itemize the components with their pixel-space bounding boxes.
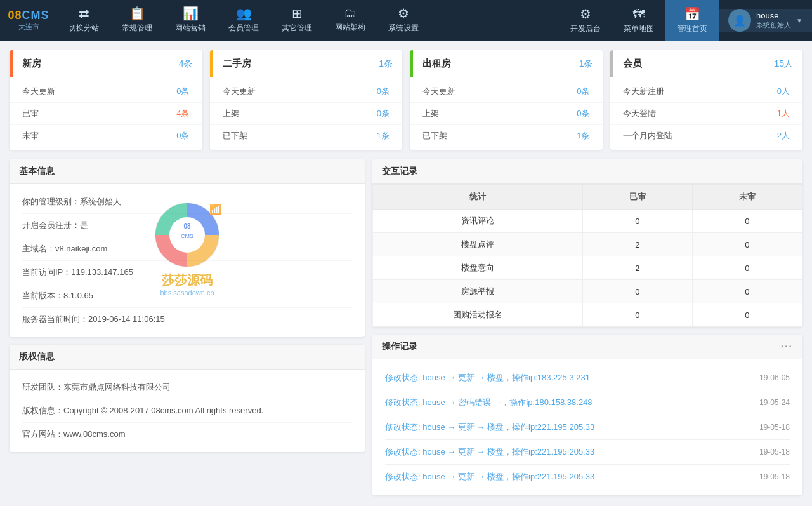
op-log-title: 操作记录 [382,341,417,352]
op-date: 19-05-18 [759,423,790,432]
stat-header-rent-house: 出租房 1条 [410,50,603,77]
second-house-title: 二手房 [223,58,251,70]
op-text[interactable]: 修改状态: house → 更新 → 楼盘，操作ip:221.195.205.3… [385,471,594,483]
member-stat-count: 15人 [774,58,793,70]
more-options-icon[interactable]: ··· [781,341,793,352]
table-row: 团购活动报名 0 0 [373,303,802,327]
second-row0-label: 今天更新 [223,86,256,97]
interaction-body: 统计 已审 未审 资讯评论 0 0楼盘点评 2 0楼盘意向 [372,184,802,327]
info-row: 服务器当前时间：2019-06-14 11:06:15 [22,308,352,331]
stat-row: 上架 0条 [410,103,603,125]
stat-card-rent-house: 出租房 1条 今天更新 0条 上架 0条 已下架 1条 [410,50,603,150]
op-text[interactable]: 修改状态: house → 更新 → 楼盘，操作ip:221.195.205.3… [385,422,594,433]
member-icon: 👥 [236,6,252,21]
rent-house-body: 今天更新 0条 上架 0条 已下架 1条 [410,77,603,150]
rent-row1-label: 上架 [422,108,439,119]
op-text[interactable]: 修改状态: house → 密码错误 →，操作ip:180.158.38.248 [385,397,593,408]
second-row0-val: 0条 [377,86,390,97]
op-log-body: 修改状态: house → 更新 → 楼盘，操作ip:183.225.3.231… [372,359,802,495]
rent-house-count: 1条 [579,58,593,70]
new-house-row1-val: 4条 [176,108,189,119]
rent-row2-label: 已下架 [422,130,447,142]
info-row: 你的管理级别：系统创始人 [22,190,352,214]
op-text[interactable]: 修改状态: house → 更新 → 楼盘，操作ip:183.225.3.231 [385,372,590,383]
nav-normal-label: 常规管理 [122,23,152,34]
second-row2-label: 已下架 [223,130,247,142]
new-house-title: 新房 [22,58,41,70]
stat-row: 已下架 1条 [410,125,603,147]
info-row: 官方网站：www.08cms.com [22,423,352,446]
interact-pending: 0 [692,233,802,256]
nav-home[interactable]: 📅 管理首页 [665,0,719,41]
nav-dev-label: 开发后台 [570,23,601,34]
stat-card-new-house: 新房 4条 今天更新 0条 已审 4条 未审 0条 [10,50,202,150]
stat-row: 已审 4条 [10,103,202,125]
op-log-card: 操作记录 ··· 修改状态: house → 更新 → 楼盘，操作ip:183.… [372,335,802,495]
new-house-count: 4条 [179,58,193,70]
new-house-row0-val: 0条 [176,86,189,97]
nav-structure[interactable]: 🗂 网站架构 [324,0,377,41]
nav-items: ⇄ 切换分站 📋 常规管理 📊 网站营销 👥 会员管理 ⊞ 其它管理 🗂 网站架… [57,0,559,41]
table-row: 楼盘点评 2 0 [373,233,802,256]
member-stat-title: 会员 [623,58,642,70]
logo-area: 08CMS 大连市 [0,0,57,41]
member-row2-label: 一个月内登陆 [623,130,672,142]
member-row1-label: 今天登陆 [623,108,656,119]
interact-name: 资讯评论 [373,210,583,233]
stats-row: 新房 4条 今天更新 0条 已审 4条 未审 0条 [10,50,802,150]
other-icon: ⊞ [292,6,303,21]
stat-header-new-house: 新房 4条 [10,50,202,77]
nav-marketing[interactable]: 📊 网站营销 [164,0,217,41]
nav-dev[interactable]: ⚙ 开发后台 [559,0,612,41]
nav-right: ⚙ 开发后台 🗺 菜单地图 📅 管理首页 👤 house 系统创始人 ▼ [559,0,812,41]
member-row0-label: 今天新注册 [623,86,664,97]
info-row: 主域名：v8.naikeji.com [22,237,352,261]
info-row: 研发团队：东莞市鼎点网络科技有限公司 [22,376,352,399]
user-role: 系统创始人 [756,20,791,30]
nav-map-label: 菜单地图 [624,23,654,34]
rent-row2-val: 1条 [577,130,589,142]
nav-structure-label: 网站架构 [335,22,365,33]
info-row: 开启会员注册：是 [22,214,352,237]
new-house-row2-val: 0条 [176,130,189,142]
interact-pending: 0 [692,280,802,303]
chevron-down-icon: ▼ [796,17,802,24]
nav-member[interactable]: 👥 会员管理 [217,0,270,41]
stat-header-member: 会员 15人 [610,50,803,77]
interact-approved: 0 [582,303,692,327]
second-row1-val: 0条 [377,108,390,119]
second-row2-val: 1条 [377,130,390,142]
op-date: 19-05-18 [759,472,790,481]
copyright-body: 研发团队：东莞市鼎点网络科技有限公司 版权信息：Copyright © 2008… [10,370,365,452]
table-row: 楼盘意向 2 0 [373,256,802,280]
right-column: 交互记录 统计 已审 未审 资讯评论 0 [372,159,802,495]
info-row: 版权信息：Copyright © 2008-2017 08cms.com All… [22,399,352,423]
new-house-row0-label: 今天更新 [22,86,55,97]
nav-marketing-label: 网站营销 [175,23,206,34]
top-navigation: 08CMS 大连市 ⇄ 切换分站 📋 常规管理 📊 网站营销 👥 会员管理 ⊞ … [0,0,812,41]
second-house-body: 今天更新 0条 上架 0条 已下架 1条 [210,77,403,150]
rent-row1-val: 0条 [577,108,589,119]
nav-system[interactable]: ⚙ 系统设置 [377,0,430,41]
basic-info-title: 基本信息 [19,166,55,177]
nav-system-label: 系统设置 [388,23,419,34]
stat-card-second-house: 二手房 1条 今天更新 0条 上架 0条 已下架 1条 [210,50,403,150]
interact-approved: 0 [582,280,692,303]
copyright-header: 版权信息 [10,345,365,370]
op-text[interactable]: 修改状态: house → 更新 → 楼盘，操作ip:221.195.205.3… [385,446,594,458]
nav-map[interactable]: 🗺 菜单地图 [612,0,665,41]
nav-other[interactable]: ⊞ 其它管理 [270,0,324,41]
rent-row0-label: 今天更新 [422,86,455,97]
marketing-icon: 📊 [183,6,199,21]
interact-name: 团购活动报名 [373,303,583,327]
normal-icon: 📋 [129,6,145,21]
nav-normal[interactable]: 📋 常规管理 [110,0,164,41]
rent-row0-val: 0条 [577,86,589,97]
user-area[interactable]: 👤 house 系统创始人 ▼ [719,9,812,32]
stat-row: 今天新注册 0人 [610,81,803,103]
member-row1-val: 1人 [777,108,790,119]
th-pending: 未审 [692,185,802,210]
stat-row: 今天更新 0条 [10,81,202,103]
nav-switch[interactable]: ⇄ 切换分站 [57,0,110,41]
system-icon: ⚙ [398,6,409,21]
